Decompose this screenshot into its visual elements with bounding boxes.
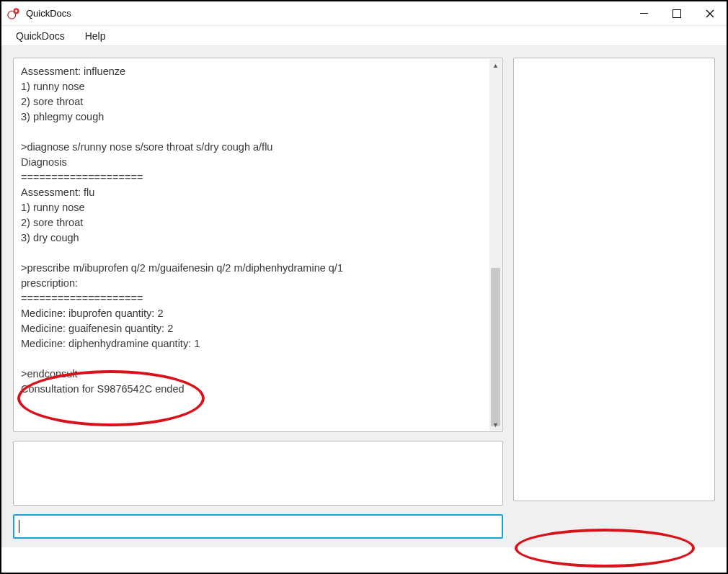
scroll-down-icon[interactable]: ▼ [489,418,502,431]
side-panel [513,58,715,501]
caret-icon [19,520,19,533]
menu-quickdocs[interactable]: QuickDocs [13,29,68,43]
minimize-button[interactable] [627,1,660,25]
scroll-up-icon[interactable]: ▲ [489,59,502,71]
result-panel [13,441,503,506]
scroll-thumb[interactable] [491,268,500,426]
titlebar: QuickDocs [1,1,727,26]
app-title: QuickDocs [26,8,71,19]
menu-help[interactable]: Help [82,29,109,43]
svg-rect-3 [16,9,17,12]
log-scrollbar[interactable]: ▲ ▼ [489,59,502,431]
close-button[interactable] [693,1,727,25]
window-controls [627,1,727,25]
menubar: QuickDocs Help [1,26,727,46]
side-bottom-spacer [513,510,715,539]
app-icon [7,7,20,20]
maximize-button[interactable] [660,1,693,25]
log-panel: Assessment: influenze 1) runny nose 2) s… [13,58,503,432]
log-text[interactable]: Assessment: influenze 1) runny nose 2) s… [14,58,489,431]
client-area: Assessment: influenze 1) runny nose 2) s… [1,46,727,547]
command-input[interactable] [13,514,503,539]
